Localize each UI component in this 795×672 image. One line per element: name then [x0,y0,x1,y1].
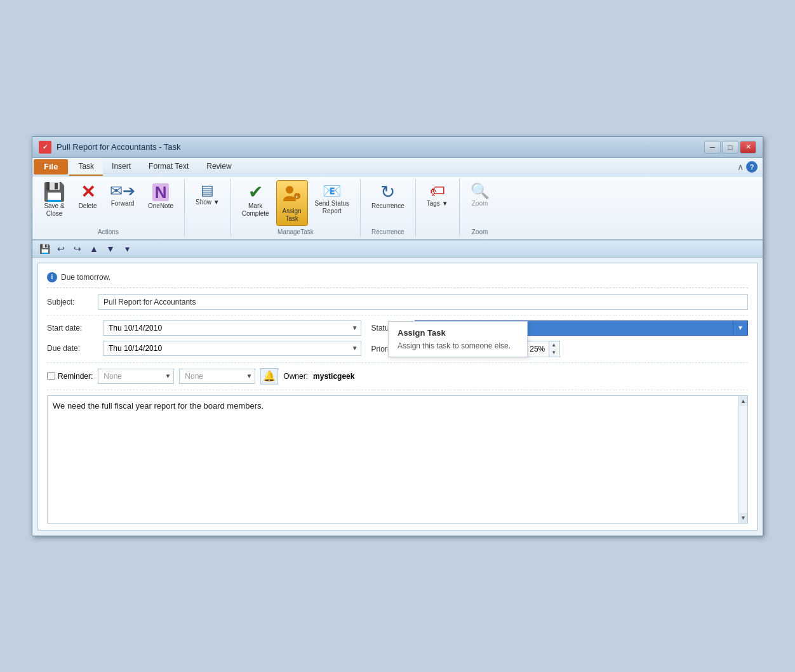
format-text-tab[interactable]: Format Text [140,158,197,176]
delete-button[interactable]: ✕ Delete [72,180,103,213]
qa-undo-button[interactable]: ↩ [54,242,68,255]
reminder-label: Reminder: [58,372,93,381]
assign-task-icon: + [282,183,302,206]
body-scrollbar: ▲ ▼ [738,396,747,523]
restore-button[interactable]: □ [722,141,738,154]
start-date-select[interactable]: ▼ [103,320,361,336]
reminder-checkbox[interactable] [47,372,55,380]
status-dropdown-arrow[interactable]: ▼ [733,321,747,335]
percent-down-button[interactable]: ▼ [549,349,558,357]
forward-button[interactable]: ✉➔ Forward [104,180,141,211]
forward-label: Forward [111,200,135,208]
reminder-sound-button[interactable]: 🔔 [260,368,278,385]
onenote-label: OneNote [148,202,173,210]
onenote-icon: N [152,183,170,201]
qa-more-button[interactable]: ▾ [120,242,134,255]
svg-point-0 [286,186,293,194]
show-button[interactable]: ▤ Show ▼ [190,180,225,209]
reminder-row: Reminder: None ▼ None ▼ 🔔 Owner: mysticg… [47,368,748,390]
scrollbar-down-icon[interactable]: ▼ [739,513,747,523]
title-controls: ─ □ ✕ [704,141,756,154]
insert-tab[interactable]: Insert [103,158,140,176]
reminder-time2-arrow[interactable]: ▼ [243,372,255,379]
owner-value: mysticgeek [313,372,354,381]
due-date-select[interactable]: ▼ [103,341,361,356]
minimize-button[interactable]: ─ [704,141,721,154]
show-label: Show ▼ [196,199,220,206]
due-date-arrow[interactable]: ▼ [349,345,361,352]
title-bar: ✓ Pull Report for Accountants - Task ─ □… [32,137,763,158]
zoom-button: 🔍 Zoom [465,180,495,211]
qa-down-button[interactable]: ▼ [104,242,117,255]
reminder-time-arrow[interactable]: ▼ [162,372,173,379]
due-date-input[interactable] [104,341,349,355]
assign-task-button[interactable]: + AssignTask [276,180,308,226]
start-date-label: Start date: [47,324,98,333]
assign-task-tooltip: Assign Task Assign this task to someone … [388,321,528,357]
mark-complete-button[interactable]: ✔ MarkComplete [236,180,275,221]
due-notice: i Due tomorrow. [47,270,748,288]
help-icon[interactable]: ? [746,161,758,173]
tags-icon: 🏷 [430,183,445,199]
file-tab[interactable]: File [34,159,68,175]
save-close-icon: 💾 [43,183,65,201]
info-icon: i [47,272,57,282]
scrollbar-track [739,406,747,513]
save-close-button[interactable]: 💾 Save &Close [37,180,71,221]
show-icon: ▤ [201,183,214,197]
recurrence-buttons: ↻ Recurrence [366,180,410,226]
percent-complete-input[interactable]: ▲ ▼ [525,341,560,357]
subject-input[interactable] [98,294,748,310]
delete-icon: ✕ [81,183,95,201]
recurrence-icon: ↻ [380,183,395,201]
tags-label: Tags ▼ [427,200,448,208]
tooltip-description: Assign this task to someone else. [397,341,518,350]
zoom-group-label: Zoom [472,228,488,235]
menu-bar: File Task Insert Format Text Review ∧ ? [32,158,763,176]
show-buttons: ▤ Show ▼ [190,180,225,233]
send-status-button[interactable]: 📧 Send StatusReport [309,180,355,218]
percent-spinner: ▲ ▼ [549,341,558,357]
start-date-input[interactable] [104,321,349,335]
ribbon-group-recurrence: ↻ Recurrence Recurrence [361,179,416,237]
ribbon-group-show: ▤ Show ▼ [185,179,231,237]
reminder-time2-select[interactable]: None ▼ [179,369,255,384]
manage-task-group-label: ManageTask [277,228,314,235]
qa-save-button[interactable]: 💾 [37,242,51,255]
close-button[interactable]: ✕ [740,141,756,154]
quick-access-toolbar: 💾 ↩ ↪ ▲ ▼ ▾ [32,240,763,258]
content-area: i Due tomorrow. Subject: Start date: ▼ [32,258,763,536]
mark-complete-label: MarkComplete [242,202,269,218]
onenote-button[interactable]: N OneNote [142,180,179,213]
reminder-time-value: None [98,369,162,383]
delete-label: Delete [79,202,97,210]
manage-task-buttons: ✔ MarkComplete + AssignTask [236,180,355,226]
start-date-arrow[interactable]: ▼ [349,324,361,331]
recurrence-button[interactable]: ↻ Recurrence [366,180,410,213]
svg-text:+: + [295,194,298,200]
due-notice-text: Due tomorrow. [61,273,110,282]
review-tab[interactable]: Review [197,158,240,176]
subject-label: Subject: [47,298,98,306]
collapse-ribbon-icon[interactable]: ∧ [737,162,744,172]
owner-label: Owner: [283,372,308,381]
ribbon: 💾 Save &Close ✕ Delete ✉➔ Forward N OneN… [32,176,763,240]
scrollbar-up-icon[interactable]: ▲ [739,396,747,406]
qa-redo-button[interactable]: ↪ [70,242,84,255]
recurrence-group-label: Recurrence [371,228,404,235]
qa-up-button[interactable]: ▲ [87,242,101,255]
task-tab[interactable]: Task [69,158,103,176]
reminder-checkbox-wrap: Reminder: [47,372,93,381]
actions-group-label: Actions [98,228,119,235]
tags-button[interactable]: 🏷 Tags ▼ [421,180,454,211]
assign-task-label: AssignTask [283,208,302,223]
zoom-label: Zoom [472,200,488,208]
reminder-time-select[interactable]: None ▼ [98,369,174,384]
tooltip-title: Assign Task [397,328,518,338]
save-close-label: Save &Close [44,202,64,218]
body-text[interactable]: We need the full fiscal year report for … [48,396,738,523]
percent-up-button[interactable]: ▲ [549,341,558,349]
reminder-time2-value: None [180,369,243,383]
percent-value[interactable] [526,342,549,356]
subject-row: Subject: [47,294,748,315]
